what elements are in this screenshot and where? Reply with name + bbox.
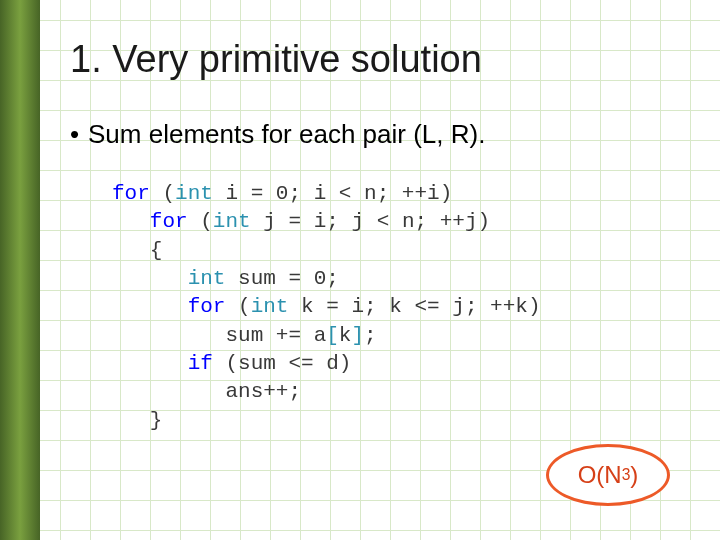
code-text: k = i; k <= j; ++k) bbox=[288, 295, 540, 318]
code-text: sum = 0; bbox=[225, 267, 338, 290]
left-accent-bar bbox=[0, 0, 40, 540]
code-text: ans++; bbox=[225, 380, 301, 403]
slide-title: 1. Very primitive solution bbox=[70, 38, 690, 81]
type-int: int bbox=[175, 182, 213, 205]
code-text: ; bbox=[364, 324, 377, 347]
type-int: int bbox=[213, 210, 251, 233]
type-int: int bbox=[251, 295, 289, 318]
keyword-for: for bbox=[188, 295, 226, 318]
type-int: int bbox=[188, 267, 226, 290]
keyword-for: for bbox=[150, 210, 188, 233]
keyword-for: for bbox=[112, 182, 150, 205]
code-text: (sum <= d) bbox=[213, 352, 352, 375]
keyword-if: if bbox=[188, 352, 213, 375]
complexity-close: ) bbox=[630, 461, 638, 489]
code-text: k bbox=[339, 324, 352, 347]
complexity-badge: O(N3) bbox=[546, 444, 670, 506]
bracket-right: ] bbox=[351, 324, 364, 347]
code-text: { bbox=[150, 239, 163, 262]
bracket-left: [ bbox=[326, 324, 339, 347]
bullet-text: Sum elements for each pair (L, R). bbox=[88, 119, 690, 150]
code-block: for (int i = 0; i < n; ++i) for (int j =… bbox=[112, 180, 690, 435]
code-text: } bbox=[150, 409, 163, 432]
code-text: sum += a bbox=[225, 324, 326, 347]
complexity-base: O(N bbox=[578, 461, 622, 489]
code-text: i = 0; i < n; ++i) bbox=[213, 182, 452, 205]
code-text: j = i; j < n; ++j) bbox=[251, 210, 490, 233]
